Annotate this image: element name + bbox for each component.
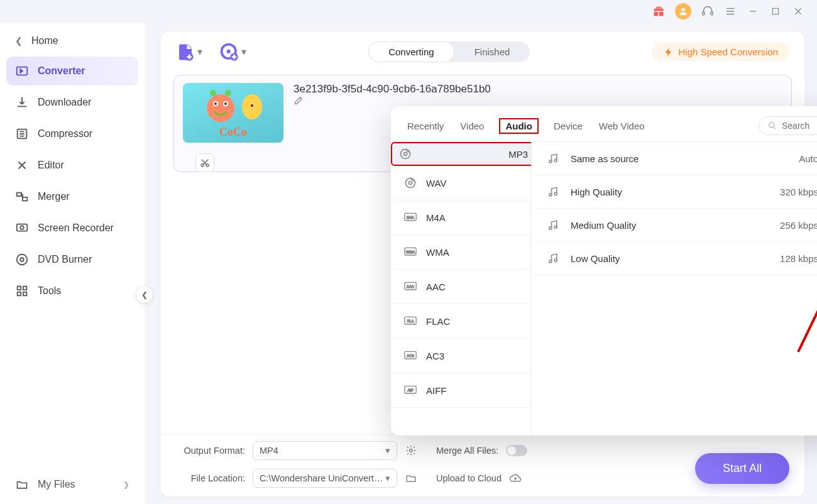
nav-merger[interactable]: Merger xyxy=(6,182,138,211)
high-speed-toggle[interactable]: High Speed Conversion xyxy=(652,43,789,61)
nav-dvd-burner[interactable]: DVD Burner xyxy=(6,245,138,274)
file-location-value: C:\Wondershare UniConverter 1 xyxy=(260,473,385,483)
mp3-icon xyxy=(398,147,412,161)
svg-rect-7 xyxy=(772,8,778,14)
cloud-icon[interactable] xyxy=(509,472,522,485)
maximize-icon[interactable] xyxy=(769,5,782,18)
add-disc-button[interactable]: ▾ xyxy=(220,43,246,62)
my-files[interactable]: My Files ❯ xyxy=(6,470,138,499)
nav-downloader[interactable]: Downloader xyxy=(6,88,138,117)
trim-button[interactable] xyxy=(195,153,214,172)
svg-point-42 xyxy=(409,182,412,185)
nav-label: Downloader xyxy=(38,97,91,108)
quality-option[interactable]: Same as sourceAuto xyxy=(532,142,817,175)
merge-toggle[interactable] xyxy=(506,445,527,456)
flac-icon: FLA xyxy=(403,314,417,328)
output-format-value: MP4 xyxy=(260,446,278,456)
nav-converter[interactable]: Converter xyxy=(6,57,138,85)
svg-point-24 xyxy=(227,49,231,53)
svg-point-62 xyxy=(554,259,557,261)
add-file-button[interactable]: ▾ xyxy=(176,43,202,62)
format-aac[interactable]: AACAAC xyxy=(391,270,531,304)
nav-tools[interactable]: Tools xyxy=(6,277,138,305)
nav-screen-recorder[interactable]: Screen Recorder xyxy=(6,214,138,243)
nav-editor[interactable]: Editor xyxy=(6,151,138,180)
svg-rect-14 xyxy=(17,224,28,231)
ac3-icon: AC3 xyxy=(403,349,417,363)
nav-label: Merger xyxy=(38,191,70,202)
user-avatar-icon[interactable] xyxy=(675,3,691,19)
svg-text:FLA: FLA xyxy=(407,319,414,323)
converter-icon xyxy=(15,64,29,78)
tab-video[interactable]: Video xyxy=(459,118,485,134)
search-input[interactable] xyxy=(782,121,817,131)
file-location-select[interactable]: C:\Wondershare UniConverter 1 ▾ xyxy=(253,469,397,488)
close-icon[interactable] xyxy=(792,5,804,18)
quality-bitrate: 128 kbps xyxy=(780,253,817,264)
nav-compressor[interactable]: Compressor xyxy=(6,119,138,148)
format-wav[interactable]: WAV xyxy=(391,166,531,200)
tab-converting[interactable]: Converting xyxy=(368,41,454,62)
title-bar xyxy=(0,0,817,23)
upload-label: Upload to Cloud xyxy=(436,473,502,483)
edit-name-icon[interactable] xyxy=(293,96,782,106)
quality-list: Same as sourceAutoHigh Quality320 kbpsMe… xyxy=(532,142,817,436)
svg-point-39 xyxy=(401,150,410,159)
tab-web-video[interactable]: Web Video xyxy=(598,118,646,134)
file-thumbnail[interactable]: CoCo xyxy=(183,83,283,143)
tab-recently[interactable]: Recently xyxy=(406,118,445,134)
quality-label: High Quality xyxy=(571,187,622,197)
my-files-label: My Files xyxy=(38,479,75,490)
wav-icon xyxy=(403,176,417,190)
format-aiff[interactable]: AIFAIFF xyxy=(391,373,531,408)
format-mp3[interactable]: MP3 xyxy=(391,142,532,166)
tab-device[interactable]: Device xyxy=(552,118,584,134)
format-search[interactable] xyxy=(759,116,817,135)
compressor-icon xyxy=(15,127,29,141)
format-popover: Recently Video Audio Device Web Video MP… xyxy=(391,106,817,436)
m4a-icon: M4A xyxy=(403,211,417,224)
output-format-label: Output Format: xyxy=(176,446,245,456)
open-folder-icon[interactable] xyxy=(405,472,417,485)
tab-finished[interactable]: Finished xyxy=(454,41,530,62)
svg-point-29 xyxy=(214,102,217,105)
quality-option[interactable]: Low Quality128 kbps xyxy=(532,242,817,275)
output-format-select[interactable]: MP4 ▾ xyxy=(253,441,397,460)
caret-down-icon: ▾ xyxy=(197,46,202,58)
svg-point-31 xyxy=(210,90,216,96)
editor-icon xyxy=(15,158,29,172)
svg-rect-19 xyxy=(23,287,27,290)
start-all-button[interactable]: Start All xyxy=(695,453,789,484)
gift-icon[interactable] xyxy=(652,5,665,18)
tab-audio[interactable]: Audio xyxy=(499,118,539,134)
svg-point-38 xyxy=(769,123,774,128)
folder-icon xyxy=(15,478,29,491)
svg-point-26 xyxy=(207,94,234,122)
format-m4a[interactable]: M4AM4A xyxy=(391,200,531,235)
svg-point-16 xyxy=(17,255,28,265)
svg-point-60 xyxy=(554,226,557,228)
format-flac[interactable]: FLAFLAC xyxy=(391,304,531,339)
svg-point-15 xyxy=(20,226,24,229)
nav-home[interactable]: ❮ Home xyxy=(6,28,138,54)
nav-label: Compressor xyxy=(38,128,92,140)
format-wma[interactable]: WMAWMA xyxy=(391,235,531,270)
quality-option[interactable]: High Quality320 kbps xyxy=(532,175,817,209)
file-name: 3e213f9b-3f5d-4c90-9cb6-16a789be51b0 xyxy=(293,83,491,95)
quality-bitrate: 320 kbps xyxy=(780,187,817,197)
menu-icon[interactable] xyxy=(724,5,737,18)
svg-point-61 xyxy=(549,260,552,263)
wma-icon: WMA xyxy=(403,245,417,259)
nav-label: Tools xyxy=(38,285,61,297)
format-label: WMA xyxy=(426,247,449,258)
screen-recorder-icon xyxy=(15,221,29,235)
nav-label: Converter xyxy=(38,65,85,77)
music-note-icon xyxy=(547,219,559,231)
format-ac3[interactable]: AC3AC3 xyxy=(391,339,531,373)
high-speed-label: High Speed Conversion xyxy=(679,47,778,57)
minimize-icon[interactable] xyxy=(747,5,759,18)
quality-option[interactable]: Medium Quality256 kbps xyxy=(532,209,817,242)
gear-icon[interactable] xyxy=(405,444,417,457)
svg-point-56 xyxy=(554,159,557,162)
support-icon[interactable] xyxy=(701,5,714,18)
